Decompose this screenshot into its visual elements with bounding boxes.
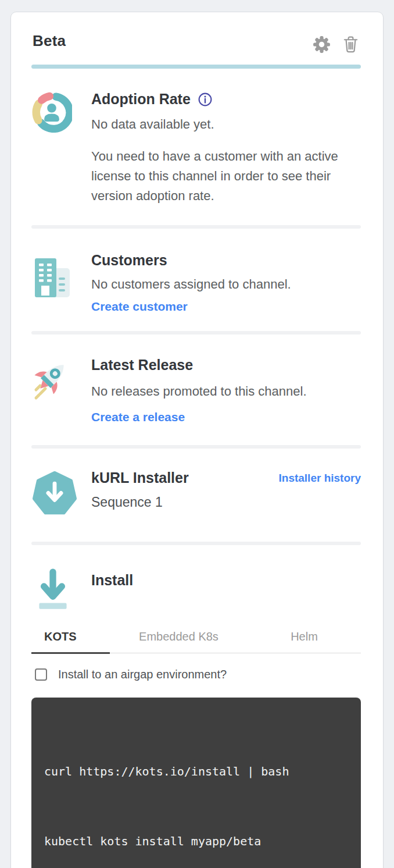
- install-command-block: curl https://kots.io/install | bash kube…: [31, 698, 361, 868]
- kurl-content: kURL Installer Installer history Sequenc…: [91, 469, 361, 520]
- buildings-icon: [31, 290, 72, 300]
- install-content: Install: [91, 565, 361, 615]
- adoption-rate-section: Adoption Rate No data available yet. You…: [31, 91, 361, 206]
- install-tabs: KOTS Embedded K8s Helm: [31, 630, 361, 653]
- channel-name: Beta: [33, 32, 66, 50]
- latest-release-status: No releases promoted to this channel.: [91, 382, 361, 401]
- installer-history-link[interactable]: Installer history: [279, 472, 361, 485]
- download-icon: [31, 604, 74, 614]
- section-divider: [31, 331, 361, 335]
- channel-settings-button[interactable]: [311, 34, 332, 55]
- tab-embedded-k8s[interactable]: Embedded K8s: [110, 630, 248, 654]
- install-command-line-2: kubectl kots install myapp/beta: [44, 830, 348, 853]
- latest-release-content: Latest Release No releases promoted to t…: [91, 357, 361, 424]
- install-icon-col: [31, 565, 91, 615]
- airgap-label: Install to an airgap environment?: [58, 668, 227, 681]
- install-title: Install: [91, 572, 361, 589]
- create-release-link[interactable]: Create a release: [91, 410, 185, 424]
- customers-icon-col: [31, 252, 91, 314]
- rocket-icon: [31, 394, 74, 404]
- kurl-installer-section: kURL Installer Installer history Sequenc…: [31, 469, 361, 520]
- install-section: Install: [31, 565, 361, 615]
- kurl-heptagon-download-icon: [31, 509, 78, 519]
- adoption-rate-status: No data available yet.: [91, 115, 361, 134]
- adoption-donut-user-icon: [31, 124, 72, 134]
- latest-release-icon-col: [31, 357, 91, 424]
- section-divider: [31, 445, 361, 449]
- adoption-rate-icon-col: [31, 91, 91, 206]
- kurl-icon-col: [31, 469, 91, 520]
- channel-card: Beta: [10, 12, 384, 868]
- channel-accent-bar: [31, 65, 361, 69]
- trash-icon: [342, 47, 360, 56]
- customers-content: Customers No customers assigned to chann…: [91, 252, 361, 314]
- adoption-rate-content: Adoption Rate No data available yet. You…: [91, 91, 361, 206]
- section-divider: [31, 542, 361, 545]
- channel-delete-button[interactable]: [341, 33, 361, 55]
- info-icon[interactable]: [198, 92, 213, 107]
- kurl-title: kURL Installer: [91, 469, 189, 486]
- customers-title: Customers: [91, 252, 361, 269]
- latest-release-title: Latest Release: [91, 357, 361, 373]
- airgap-row: Install to an airgap environment?: [31, 668, 361, 681]
- adoption-rate-title-text: Adoption Rate: [91, 91, 191, 108]
- kurl-sequence: Sequence 1: [91, 495, 361, 510]
- tab-kots[interactable]: KOTS: [31, 630, 110, 654]
- create-customer-link[interactable]: Create customer: [91, 300, 188, 314]
- install-command-line-1: curl https://kots.io/install | bash: [44, 760, 348, 783]
- airgap-checkbox[interactable]: [35, 668, 47, 681]
- adoption-rate-title: Adoption Rate: [91, 91, 213, 108]
- gear-icon: [312, 47, 331, 56]
- customers-status: No customers assigned to channel.: [91, 275, 361, 294]
- customers-section: Customers No customers assigned to chann…: [31, 252, 361, 314]
- section-divider: [31, 225, 361, 229]
- adoption-rate-description: You need to have a customer with an acti…: [91, 147, 361, 206]
- latest-release-section: Latest Release No releases promoted to t…: [31, 357, 361, 424]
- tab-helm[interactable]: Helm: [248, 630, 361, 654]
- channel-card-header: Beta: [31, 32, 361, 55]
- channel-actions: [311, 32, 361, 55]
